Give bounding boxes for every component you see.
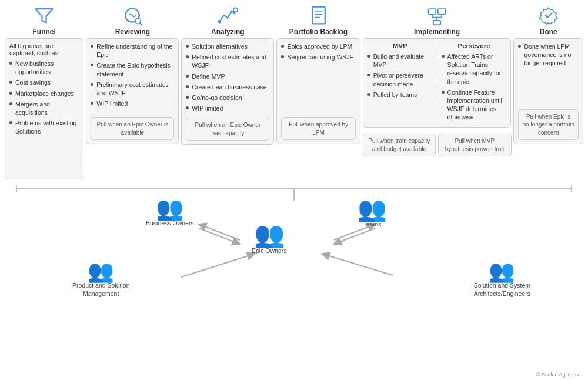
epic-owners-group: 👥 Epic Owners xyxy=(252,222,287,255)
svg-point-4 xyxy=(233,8,238,12)
analyzing-bullet-3: Create Lean business case xyxy=(186,83,269,91)
reviewing-bullet-1: Create the Epic hypothesis statement xyxy=(91,61,174,78)
done-title: Done xyxy=(540,28,557,36)
done-box: Done when LPM governance is no longer re… xyxy=(513,38,583,144)
done-pull: Pull when Epic is no longer a portfolio … xyxy=(518,109,579,141)
portfolio-pull: Pull when approved by LPM xyxy=(281,117,355,140)
stage-implementing: Implementing MVP Build and evaluate MVP … xyxy=(363,5,512,156)
bottom-diagram: 👥 Business Owners 👥 Teams 👥 Epic Owners … xyxy=(5,184,583,312)
svg-line-3 xyxy=(140,23,142,25)
analyzing-bullet-5: WIP limited xyxy=(186,104,269,112)
svg-rect-10 xyxy=(429,9,436,14)
epic-owners-label: Epic Owners xyxy=(252,247,287,255)
reviewing-bullet-0: Refine understanding of the Epic xyxy=(91,42,174,59)
reviewing-pull: Pull when an Epic Owner is available xyxy=(91,117,174,140)
business-owners-label: Business Owners xyxy=(146,219,194,228)
portfolio-bullet-1: Sequenced using WSJF xyxy=(281,53,355,61)
svg-line-27 xyxy=(181,255,252,277)
analyzing-icon xyxy=(217,5,238,26)
funnel-box: All big ideas are captured, such as: New… xyxy=(5,38,83,179)
solution-architects-label: Solution and System xyxy=(474,282,530,290)
persevere-col: Persevere Affected ARTs or Solution Trai… xyxy=(437,39,511,127)
business-owners-group: 👥 Business Owners xyxy=(146,197,194,228)
reviewing-icon xyxy=(122,5,143,26)
mvp-title: MVP xyxy=(368,42,433,49)
copyright: © Scaled Agile, Inc. xyxy=(536,372,582,378)
teams-label: Teams xyxy=(358,221,387,229)
funnel-bullet-0: New business opportunities xyxy=(9,59,79,76)
teams-icon: 👥 xyxy=(358,197,387,221)
product-solution-label: Product and Solution xyxy=(72,282,129,290)
mvp-pull: Pull when train capacity and budget avai… xyxy=(363,134,436,156)
persevere-pull: Pull when MVP hypothesis proven true xyxy=(438,134,511,156)
stage-analyzing: Analyzing Solution alternatives Refined … xyxy=(181,5,274,145)
svg-point-5 xyxy=(218,20,221,23)
analyzing-bullet-4: Go/no-go decision xyxy=(186,94,269,102)
flow-section: Funnel All big ideas are captured, such … xyxy=(5,5,583,179)
solution-architects-icon: 👥 xyxy=(474,261,530,282)
analyzing-pull: Pull when an Epic Owner has capacity xyxy=(186,118,269,141)
portfolio-title: Portfolio Backlog xyxy=(289,28,348,36)
reviewing-title: Reviewing xyxy=(115,28,150,36)
funnel-bullet-4: Problems with existing Solutions xyxy=(9,119,79,135)
solution-architects-group: 👥 Solution and System Architects/Enginee… xyxy=(474,261,530,298)
funnel-intro: All big ideas are captured, such as: xyxy=(9,42,79,56)
implementing-title: Implementing xyxy=(414,28,460,36)
analyzing-box: Solution alternatives Refined cost estim… xyxy=(181,38,274,145)
funnel-icon xyxy=(34,5,55,26)
analyzing-bullet-2: Define MVP xyxy=(186,72,269,81)
funnel-bullet-1: Cost savings xyxy=(9,78,79,86)
svg-marker-0 xyxy=(36,9,53,22)
backlog-icon xyxy=(308,5,329,26)
mvp-col: MVP Build and evaluate MVP Pivot or pers… xyxy=(363,39,437,127)
analyzing-bullet-1: Refined cost estimates and WSJF xyxy=(186,53,269,69)
main-container: Funnel All big ideas are captured, such … xyxy=(0,0,588,380)
reviewing-bullet-2: Preliminary cost estimates and WSJF xyxy=(91,81,174,97)
product-solution-icon: 👥 xyxy=(72,261,129,282)
solution-architects-label2: Architects/Engineers xyxy=(474,290,530,298)
funnel-title: Funnel xyxy=(33,28,56,36)
analyzing-bullet-0: Solution alternatives xyxy=(186,42,269,51)
portfolio-bullet-0: Epics approved by LPM xyxy=(281,42,355,51)
stage-portfolio: Portfolio Backlog Epics approved by LPM … xyxy=(276,5,360,144)
done-icon xyxy=(538,5,559,26)
reviewing-bullet-3: WIP limited xyxy=(91,99,174,108)
implementing-icon xyxy=(426,5,447,26)
reviewing-box: Refine understanding of the Epic Create … xyxy=(86,38,179,144)
business-owners-icon: 👥 xyxy=(146,197,194,219)
stage-funnel: Funnel All big ideas are captured, such … xyxy=(5,5,83,179)
funnel-bullet-2: Marketplace changes xyxy=(9,89,79,98)
svg-rect-6 xyxy=(312,7,325,24)
svg-rect-16 xyxy=(433,21,441,25)
svg-line-25 xyxy=(337,228,375,243)
persevere-title: Persevere xyxy=(442,42,507,49)
product-solution-group: 👥 Product and Solution Management xyxy=(72,261,129,298)
svg-rect-11 xyxy=(438,9,446,14)
svg-line-28 xyxy=(325,255,393,275)
funnel-bullet-3: Mergers and acquisitions xyxy=(9,100,79,116)
svg-line-24 xyxy=(202,225,240,240)
portfolio-box: Epics approved by LPM Sequenced using WS… xyxy=(276,38,360,144)
analyzing-title: Analyzing xyxy=(211,28,245,36)
done-bullet-0: Done when LPM governance is no longer re… xyxy=(518,42,579,68)
stage-done: Done Done when LPM governance is no long… xyxy=(513,5,583,144)
product-solution-label2: Management xyxy=(72,290,129,298)
epic-owners-icon: 👥 xyxy=(252,222,287,247)
svg-line-23 xyxy=(199,228,237,243)
teams-group: 👥 Teams xyxy=(358,197,387,229)
stage-reviewing: Reviewing Refine understanding of the Ep… xyxy=(86,5,179,144)
